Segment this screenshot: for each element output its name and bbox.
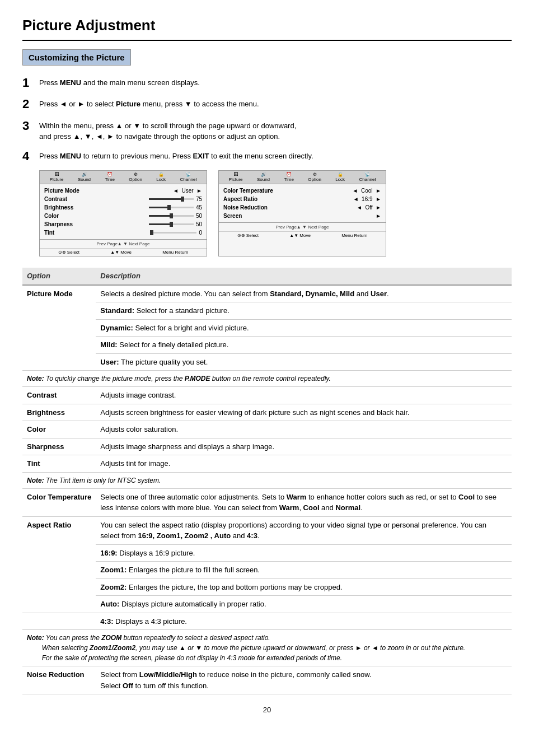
table-header-row: Option Description [22, 268, 512, 285]
step-4-text: Press MENU to return to previous menu. P… [39, 149, 313, 162]
desc-picture-mode-5: User: The picture quality you set. [96, 353, 512, 371]
step-1-text: Press MENU and the main menu screen disp… [39, 76, 200, 88]
menu-val-sharpness: 50 [149, 221, 202, 227]
menu-label-tint: Tint [44, 230, 54, 236]
menu-screen-left-body: Picture Mode ◄ User ► Contrast 75 Bright… [40, 184, 207, 239]
menu-val-brightness: 45 [149, 204, 202, 211]
step-4: 4 Press MENU to return to previous menu.… [22, 149, 512, 164]
table-row-sharpness: Sharpness Adjusts image sharpness and di… [22, 438, 512, 455]
menu-footer-left: Prev Page▲ ▼ Next Page [40, 239, 207, 248]
menu-label-color-temp: Color Temperature [223, 188, 273, 194]
option-brightness: Brightness [22, 404, 96, 421]
slider-fill-color [149, 215, 171, 217]
section-title: Customizing the Picture [22, 49, 131, 66]
menu-icon-time: ⏰Time [105, 172, 114, 182]
menu-val-contrast: 75 [149, 196, 202, 202]
menu-icon-channel-r: 📡Channel [359, 172, 376, 182]
table-row-color-temp: Color Temperature Selects one of three a… [22, 488, 512, 516]
menu-controls-right: ⊙⊗ Select ▲▼ Move Menu Return [219, 231, 386, 239]
desc-aspect-ratio-1: You can select the aspect ratio (display… [96, 516, 512, 544]
desc-aspect-ratio-4: Zoom2: Enlarges the picture, the top and… [96, 578, 512, 596]
menu-label-noise: Noise Reduction [223, 204, 268, 211]
menu-footer-right: Prev Page▲ ▼ Next Page [219, 222, 386, 231]
step-2-number: 2 [22, 97, 39, 111]
desc-sharpness: Adjusts image sharpness and displays a s… [96, 438, 512, 455]
menu-screen-right-body: Color Temperature ◄ Cool ► Aspect Ratio … [219, 184, 386, 222]
step-1-number: 1 [22, 76, 39, 90]
menu-val-color-temp: ◄ Cool ► [353, 188, 381, 194]
menu-val-aspect: ◄ 16:9 ► [353, 196, 381, 202]
menu-icon-option-r: ⚙Option [308, 172, 321, 182]
menu-control-select-left: ⊙⊗ Select [58, 250, 79, 255]
slider-track-brightness [149, 207, 194, 208]
desc-brightness: Adjusts screen brightness for easier vie… [96, 404, 512, 421]
menu-control-select-right: ⊙⊗ Select [237, 233, 259, 238]
menu-screen-right-header: 🖼Picture 🔊Sound ⏰Time ⚙Option 🔒Lock 📡Cha… [219, 171, 386, 184]
menu-screens-container: 🖼Picture 🔊Sound ⏰Time ⚙Option 🔒Lock 📡Cha… [39, 170, 512, 256]
menu-control-return-left: Menu Return [162, 250, 188, 255]
page-number: 20 [22, 706, 512, 714]
desc-aspect-ratio-6: 4:3: Displays a 4:3 picture. [96, 613, 512, 630]
menu-icon-picture-r: 🖼Picture [229, 172, 243, 182]
menu-icon-picture: 🖼Picture [50, 172, 64, 182]
slider-fill-sharpness [149, 223, 171, 225]
slider-thumb-contrast [181, 197, 184, 202]
col-header-option: Option [22, 268, 96, 285]
menu-screen-right: 🖼Picture 🔊Sound ⏰Time ⚙Option 🔒Lock 📡Cha… [218, 170, 386, 256]
menu-icon-sound-r: 🔊Sound [257, 172, 270, 182]
menu-row-screen: Screen ► [223, 212, 381, 220]
menu-control-move-right: ▲▼ Move [289, 233, 311, 238]
option-contrast: Contrast [22, 387, 96, 404]
desc-contrast: Adjusts image contrast. [96, 387, 512, 404]
slider-fill-contrast [149, 198, 182, 200]
menu-row-picture-mode: Picture Mode ◄ User ► [44, 186, 202, 195]
desc-tint: Adjusts tint for image. [96, 455, 512, 473]
option-picture-mode: Picture Mode [22, 285, 96, 371]
desc-picture-mode-3: Dynamic: Select for a bright and vivid p… [96, 319, 512, 337]
col-header-description: Description [96, 268, 512, 285]
menu-val-picture-mode: ◄ User ► [173, 188, 202, 194]
table-row-aspect-ratio-2: 16:9: Displays a 16:9 picture. [22, 544, 512, 562]
note-ntsc: Note: The Tint item is only for NTSC sys… [22, 472, 512, 488]
table-row-aspect-ratio-4: Zoom2: Enlarges the picture, the top and… [22, 578, 512, 596]
menu-control-move-left: ▲▼ Move [110, 250, 132, 255]
step-2: 2 Press ◄ or ► to select Picture menu, p… [22, 97, 512, 111]
desc-picture-mode-4: Mild: Select for a finely detailed pictu… [96, 337, 512, 354]
menu-row-color: Color 50 [44, 212, 202, 220]
menu-label-sharpness: Sharpness [44, 221, 73, 227]
option-sharpness: Sharpness [22, 438, 96, 455]
desc-color-temp: Selects one of three automatic color adj… [96, 488, 512, 516]
table-row-brightness: Brightness Adjusts screen brightness for… [22, 404, 512, 421]
option-color-temp: Color Temperature [22, 488, 96, 516]
option-noise-reduction: Noise Reduction [22, 666, 96, 694]
table-row-picture-mode: Picture Mode Selects a desired picture m… [22, 285, 512, 302]
menu-val-noise: ◄ Off ► [357, 204, 381, 211]
menu-icon-time-r: ⏰Time [284, 172, 293, 182]
option-tint: Tint [22, 455, 96, 473]
menu-label-picture-mode: Picture Mode [44, 188, 79, 194]
table-row-tint: Tint Adjusts tint for image. [22, 455, 512, 473]
menu-val-color: 50 [149, 213, 202, 219]
step-3: 3 Within the menu, press ▲ or ▼ to scrol… [22, 119, 512, 142]
desc-aspect-ratio-3: Zoom1: Enlarges the picture to fill the … [96, 562, 512, 579]
table-row-contrast: Contrast Adjusts image contrast. [22, 387, 512, 404]
menu-icon-option: ⚙Option [129, 172, 142, 182]
table-row-picture-mode-4: Mild: Select for a finely detailed pictu… [22, 337, 512, 354]
menu-row-contrast: Contrast 75 [44, 195, 202, 203]
slider-thumb-brightness [167, 205, 171, 210]
menu-screen-left: 🖼Picture 🔊Sound ⏰Time ⚙Option 🔒Lock 📡Cha… [39, 170, 207, 256]
table-row-aspect-ratio-3: Zoom1: Enlarges the picture to fill the … [22, 562, 512, 579]
table-row-picture-mode-2: Standard: Select for a standard picture. [22, 302, 512, 320]
slider-track-color [149, 215, 194, 217]
menu-icon-lock-r: 🔒Lock [335, 172, 345, 182]
menu-label-color: Color [44, 213, 59, 219]
desc-color: Adjusts color saturation. [96, 421, 512, 438]
menu-val-screen: ► [376, 213, 381, 219]
step-3-number: 3 [22, 119, 39, 133]
note-zoom: Note: You can press the ZOOM button repe… [22, 630, 512, 666]
step-3-text: Within the menu, press ▲ or ▼ to scroll … [39, 119, 296, 142]
slider-thumb-tint [150, 230, 153, 235]
desc-picture-mode-2: Standard: Select for a standard picture. [96, 302, 512, 320]
slider-track-tint [152, 232, 196, 234]
desc-picture-mode-1: Selects a desired picture mode. You can … [96, 285, 512, 302]
